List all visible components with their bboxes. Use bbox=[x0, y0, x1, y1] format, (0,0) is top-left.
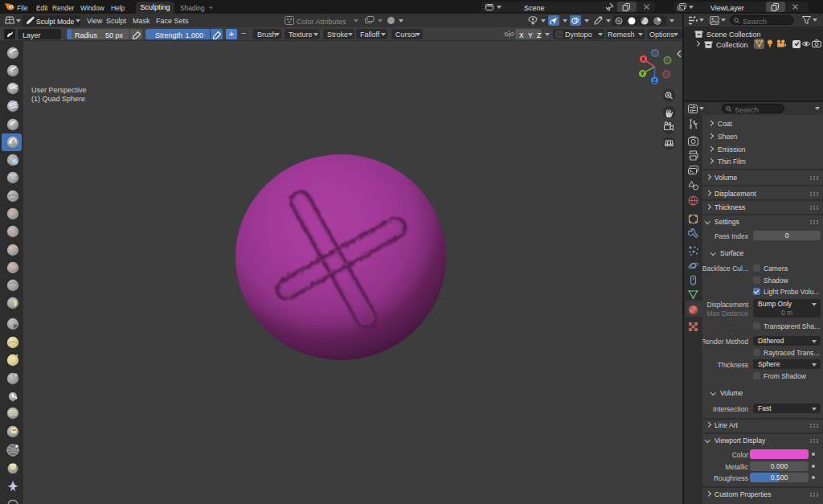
svg-text:Y: Y bbox=[641, 71, 645, 76]
svg-text:X: X bbox=[641, 56, 645, 62]
svg-text:Z: Z bbox=[653, 78, 657, 84]
